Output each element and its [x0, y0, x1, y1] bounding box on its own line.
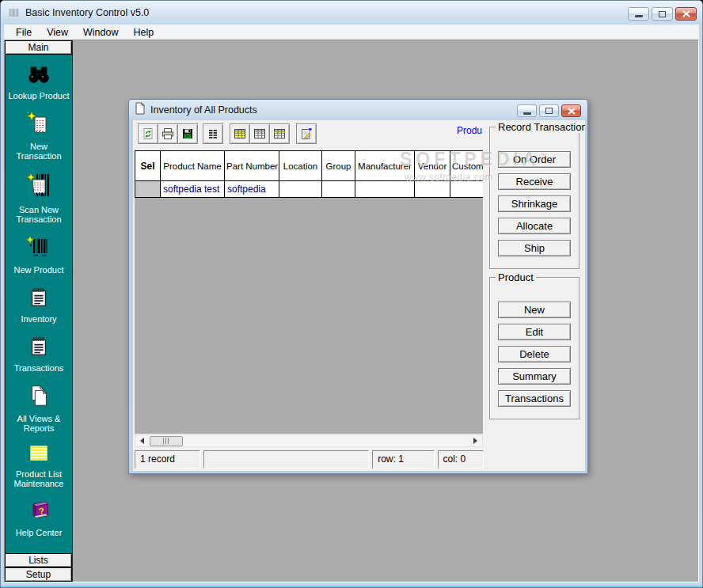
shrinkage-button[interactable]: Shrinkage: [498, 195, 571, 212]
grid-highlight-icon: [234, 127, 246, 140]
grid-plain-icon: [253, 127, 266, 140]
transactions-button[interactable]: Transactions: [498, 390, 571, 407]
child-maximize-button[interactable]: [539, 104, 559, 117]
sidebar-tab-lists[interactable]: Lists: [5, 553, 72, 567]
child-window-controls: [517, 104, 581, 117]
refresh-button[interactable]: [138, 123, 158, 144]
grid-highlight-view-button[interactable]: [230, 123, 250, 144]
properties-button[interactable]: [296, 123, 317, 144]
cell-vendor[interactable]: [415, 181, 450, 198]
horizontal-scrollbar[interactable]: [135, 434, 483, 447]
edit-product-button[interactable]: Edit: [498, 324, 571, 340]
scrollbar-thumb[interactable]: [150, 436, 183, 446]
sidebar-tab-main[interactable]: Main: [5, 40, 72, 55]
column-header-vendor[interactable]: Vendor: [415, 151, 450, 181]
action-panel: Record Transaction On Order Receive Shri…: [484, 120, 585, 471]
main-window: Basic Inventory Control v5.0 File View W…: [0, 0, 703, 588]
notepad-icon: [27, 333, 51, 362]
main-window-controls: [628, 7, 697, 21]
delete-product-button[interactable]: Delete: [498, 346, 571, 362]
sidebar-item-transactions[interactable]: Transactions: [6, 333, 72, 373]
column-header-location[interactable]: Location: [279, 151, 322, 181]
minimize-button[interactable]: [628, 7, 649, 21]
cell-custom[interactable]: [450, 181, 484, 198]
grip-icon: [163, 438, 170, 444]
cell-sel[interactable]: [135, 181, 161, 198]
menu-window[interactable]: Window: [78, 26, 124, 39]
cell-manufacturer[interactable]: [355, 181, 415, 198]
cell-product-name[interactable]: softpedia test: [161, 181, 225, 198]
documents-icon: [27, 382, 51, 412]
sidebar-item-scan-new-transaction[interactable]: Scan New Transaction: [6, 170, 72, 224]
sidebar-item-new-product[interactable]: New Product: [6, 233, 72, 275]
product-table: Sel Product Name Part Number Location Gr…: [135, 150, 483, 198]
sidebar-tab-setup[interactable]: Setup: [5, 567, 72, 582]
column-header-manufacturer[interactable]: Manufacturer: [355, 151, 415, 181]
status-message: [203, 450, 369, 469]
main-titlebar[interactable]: Basic Inventory Control v5.0: [1, 1, 702, 25]
main-window-title: Basic Inventory Control v5.0: [25, 7, 149, 18]
list-view-button[interactable]: [203, 123, 223, 144]
save-icon: [181, 127, 194, 140]
column-header-part-number[interactable]: Part Number: [225, 151, 279, 181]
scroll-left-button[interactable]: [135, 435, 148, 446]
receive-button[interactable]: Receive: [498, 173, 571, 190]
status-record-count: 1 record: [135, 450, 200, 469]
scroll-right-button[interactable]: [469, 435, 482, 446]
sidebar: Main Lookup Product: [5, 40, 73, 582]
grid-partial-view-button[interactable]: [269, 123, 290, 144]
save-button[interactable]: [177, 123, 198, 144]
print-icon: [162, 127, 174, 140]
status-bar: 1 record row: 1 col: 0: [135, 450, 484, 469]
client-area: Main Lookup Product: [4, 40, 699, 582]
new-product-button[interactable]: New: [498, 302, 571, 318]
on-order-button[interactable]: On Order: [498, 151, 571, 168]
print-button[interactable]: [158, 123, 178, 144]
sidebar-item-help-center[interactable]: ? Help Center: [6, 498, 72, 537]
sidebar-item-inventory[interactable]: Inventory: [6, 284, 72, 324]
close-icon: [682, 10, 690, 17]
child-titlebar[interactable]: Inventory of All Products: [129, 100, 587, 120]
sidebar-item-all-views-reports[interactable]: All Views & Reports: [6, 382, 72, 433]
child-close-button[interactable]: [561, 104, 581, 117]
document-icon: [135, 102, 146, 118]
list-icon: [207, 127, 219, 140]
cell-location[interactable]: [279, 181, 322, 198]
allocate-button[interactable]: Allocate: [498, 218, 571, 234]
sidebar-item-new-transaction[interactable]: New Transaction: [6, 110, 72, 161]
products-link[interactable]: Produ: [457, 125, 482, 136]
menu-file[interactable]: File: [10, 26, 37, 39]
properties-icon: [300, 127, 313, 140]
column-header-product-name[interactable]: Product Name: [161, 151, 225, 181]
minimize-icon: [523, 112, 531, 115]
table-header-row: Sel Product Name Part Number Location Gr…: [135, 151, 484, 181]
scan-receipt-icon: [26, 170, 51, 203]
close-icon: [568, 108, 576, 115]
sidebar-item-lookup-product[interactable]: Lookup Product: [6, 63, 72, 101]
maximize-button[interactable]: [652, 7, 673, 21]
column-header-group[interactable]: Group: [322, 151, 355, 181]
column-header-custom[interactable]: Custom: [450, 151, 484, 181]
sidebar-body: Lookup Product New Transaction: [5, 55, 72, 553]
summary-button[interactable]: Summary: [498, 368, 571, 385]
maximize-icon: [659, 11, 666, 17]
column-header-sel[interactable]: Sel: [135, 151, 161, 181]
sidebar-item-product-list-maintenance[interactable]: Product List Maintenance: [6, 442, 72, 488]
cell-group[interactable]: [322, 181, 355, 198]
binoculars-icon: [26, 63, 51, 89]
menu-bar: File View Window Help: [4, 25, 699, 40]
ship-button[interactable]: Ship: [498, 240, 571, 256]
arrow-left-icon: [137, 438, 144, 444]
grid-toolbar: [138, 123, 317, 144]
menu-view[interactable]: View: [41, 26, 74, 39]
product-group-label: Product: [496, 271, 536, 283]
status-col-indicator: col: 0: [438, 450, 484, 469]
child-minimize-button[interactable]: [517, 104, 537, 117]
grid-plain-view-button[interactable]: [249, 123, 270, 144]
product-grid: Sel Product Name Part Number Location Gr…: [135, 150, 483, 434]
child-window-title: Inventory of All Products: [150, 104, 257, 116]
menu-help[interactable]: Help: [128, 26, 160, 39]
cell-part-number[interactable]: softpedia: [225, 181, 279, 198]
close-button[interactable]: [675, 7, 697, 21]
table-row: softpedia test softpedia: [135, 181, 484, 198]
